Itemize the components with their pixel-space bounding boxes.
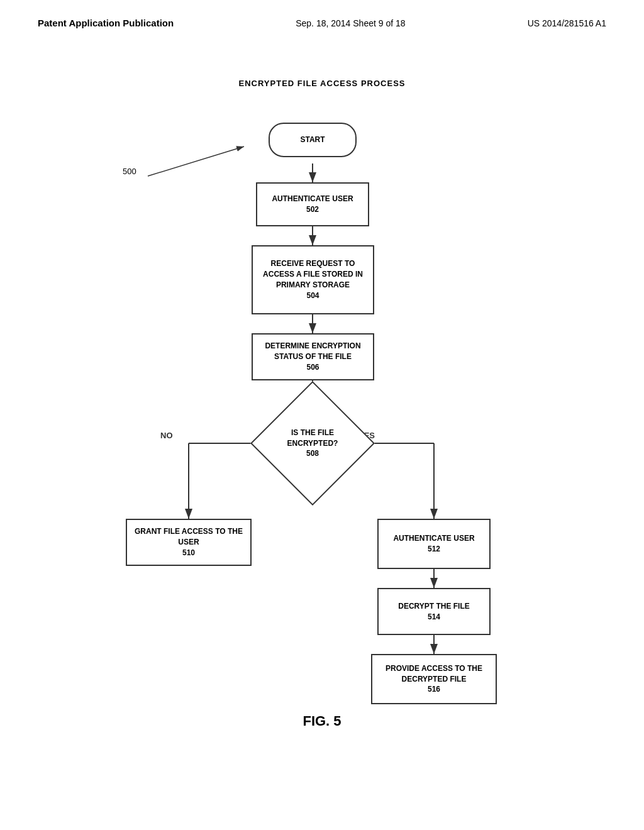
box-authenticate-502: AUTHENTICATE USER 502 — [256, 182, 369, 226]
box-decrypt-514: DECRYPT THE FILE 514 — [377, 588, 491, 635]
diagram-container: ENCRYPTED FILE ACCESS PROCESS 500 — [0, 41, 644, 764]
svg-text:NO: NO — [160, 431, 173, 440]
header-left: Patent Application Publication — [38, 18, 174, 28]
svg-line-11 — [148, 147, 244, 176]
header-center: Sep. 18, 2014 Sheet 9 of 18 — [296, 18, 405, 28]
diamond-text-508: IS THE FILE ENCRYPTED? 508 — [269, 399, 357, 487]
authenticate-512-line2: 512 — [428, 544, 440, 555]
authenticate-502-line2: 502 — [306, 204, 319, 215]
receive-504-line1: RECEIVE REQUEST TO ACCESS A FILE STORED … — [253, 258, 373, 290]
determine-506-line2: 506 — [306, 362, 319, 373]
is-encrypted-line1: IS THE FILE ENCRYPTED? — [269, 428, 357, 449]
start-label: START — [300, 135, 325, 145]
authenticate-512-line1: AUTHENTICATE USER — [393, 533, 474, 544]
receive-504-line2: 504 — [306, 290, 319, 301]
is-encrypted-line2: 508 — [306, 448, 319, 459]
decrypt-514-line1: DECRYPT THE FILE — [398, 601, 470, 612]
provide-516-line1: PROVIDE ACCESS TO THE DECRYPTED FILE — [372, 663, 496, 685]
start-box: START — [269, 123, 357, 157]
provide-516-line2: 516 — [428, 684, 440, 695]
page-header: Patent Application Publication Sep. 18, … — [0, 0, 644, 28]
box-authenticate-512: AUTHENTICATE USER 512 — [377, 519, 491, 569]
box-grant-510: GRANT FILE ACCESS TO THE USER 510 — [126, 519, 252, 566]
grant-510-line1: GRANT FILE ACCESS TO THE USER — [127, 526, 250, 548]
determine-506-line1: DETERMINE ENCRYPTION STATUS OF THE FILE — [253, 341, 373, 362]
label-500: 500 — [123, 167, 136, 176]
header-right: US 2014/281516 A1 — [528, 18, 606, 28]
figure-caption: FIG. 5 — [303, 713, 341, 729]
grant-510-line2: 510 — [182, 548, 195, 558]
box-receive-504: RECEIVE REQUEST TO ACCESS A FILE STORED … — [252, 245, 374, 314]
decrypt-514-line2: 514 — [428, 612, 440, 622]
diamond-508: IS THE FILE ENCRYPTED? 508 — [269, 399, 357, 487]
box-determine-506: DETERMINE ENCRYPTION STATUS OF THE FILE … — [252, 333, 374, 380]
box-provide-516: PROVIDE ACCESS TO THE DECRYPTED FILE 516 — [371, 654, 497, 704]
authenticate-502-line1: AUTHENTICATE USER — [272, 194, 353, 204]
flowchart-title: ENCRYPTED FILE ACCESS PROCESS — [239, 79, 406, 88]
